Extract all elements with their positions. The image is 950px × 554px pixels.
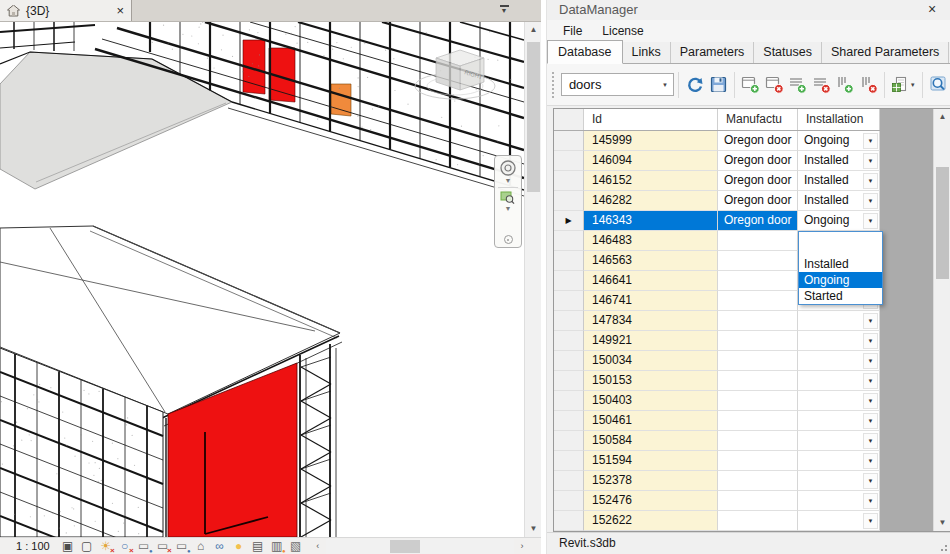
tab-database[interactable]: Database [547, 40, 623, 64]
tab-list-icon[interactable]: ▼ [498, 4, 510, 17]
manufacturer-cell[interactable] [718, 371, 798, 391]
table-row[interactable]: 150584▼ [554, 431, 880, 451]
tab-shared-parameters[interactable]: Shared Parameters [822, 42, 949, 63]
cell-dropdown-icon[interactable]: ▼ [863, 373, 878, 389]
view-tab-3d[interactable]: {3D} × [0, 0, 132, 21]
row-selector-cell[interactable] [554, 171, 584, 191]
wheel-menu-chevron-icon[interactable]: ▼ [505, 177, 512, 185]
id-cell[interactable]: 146343 [584, 211, 718, 231]
sun-path-icon[interactable]: ☀× [98, 539, 114, 554]
window-close-icon[interactable]: × [922, 1, 942, 17]
installation-cell[interactable]: Ongoing▼ [798, 131, 880, 151]
tab-parameters[interactable]: Parameters [671, 42, 755, 63]
temporary-view-properties-icon[interactable]: ▤ [250, 539, 266, 554]
installation-cell[interactable]: ▼ [798, 411, 880, 431]
grid-scroll-thumb[interactable] [936, 167, 949, 279]
manufacturer-cell[interactable] [718, 331, 798, 351]
add-value-button[interactable] [834, 73, 856, 97]
row-selector-cell[interactable] [554, 311, 584, 331]
id-cell[interactable]: 152476 [584, 491, 718, 511]
canvas-horizontal-scrollbar[interactable]: ‹ › [310, 538, 530, 554]
vertical-scroll-thumb[interactable] [527, 42, 540, 192]
id-cell[interactable]: 146094 [584, 151, 718, 171]
id-cell[interactable]: 145999 [584, 131, 718, 151]
manufacturer-cell[interactable] [718, 451, 798, 471]
table-row[interactable]: 152622▼ [554, 511, 880, 531]
row-selector-cell[interactable]: ▶ [554, 211, 584, 231]
row-selector-cell[interactable] [554, 491, 584, 511]
manufacturer-cell[interactable] [718, 511, 798, 531]
search-button[interactable] [927, 73, 949, 97]
manufacturer-cell[interactable]: Oregon door [718, 211, 798, 231]
row-selector-cell[interactable] [554, 351, 584, 371]
installation-cell[interactable]: ▼ [798, 351, 880, 371]
table-row[interactable]: ▶146343Oregon doorOngoing▼ [554, 211, 880, 231]
manufacturer-cell[interactable]: Oregon door [718, 191, 798, 211]
crop-visibility-icon[interactable]: ▭● [174, 539, 190, 554]
row-selector-cell[interactable] [554, 291, 584, 311]
id-cell[interactable]: 150461 [584, 411, 718, 431]
row-selector-cell[interactable] [554, 511, 584, 531]
installation-cell[interactable]: ▼ [798, 431, 880, 451]
id-cell[interactable]: 146282 [584, 191, 718, 211]
analytical-model-icon[interactable]: ▥● [269, 539, 285, 554]
row-selector-cell[interactable] [554, 271, 584, 291]
manufacturer-cell[interactable] [718, 311, 798, 331]
scroll-up-icon[interactable]: ▲ [525, 22, 542, 38]
manufacturer-cell[interactable] [718, 491, 798, 511]
manufacturer-cell[interactable] [718, 231, 798, 251]
id-cell[interactable]: 151594 [584, 451, 718, 471]
table-row[interactable]: 146152Oregon doorInstalled▼ [554, 171, 880, 191]
id-cell[interactable]: 146641 [584, 271, 718, 291]
row-selector-cell[interactable] [554, 451, 584, 471]
row-selector-cell[interactable] [554, 431, 584, 451]
view-scale-button[interactable]: 1 : 100 [16, 540, 50, 552]
crop-region-icon[interactable]: ▭× [155, 539, 171, 554]
installation-cell[interactable]: ▼ [798, 471, 880, 491]
steering-wheel-icon[interactable] [499, 159, 517, 177]
add-table-button[interactable] [740, 73, 762, 97]
cell-dropdown-icon[interactable]: ▼ [863, 353, 878, 369]
manufacturer-cell[interactable]: Oregon door [718, 151, 798, 171]
installation-cell[interactable]: ▼ [798, 391, 880, 411]
id-cell[interactable]: 150034 [584, 351, 718, 371]
canvas-vertical-scrollbar[interactable]: ▲ ▼ [524, 22, 541, 537]
delete-value-button[interactable] [857, 73, 879, 97]
table-row[interactable]: 146282Oregon doorInstalled▼ [554, 191, 880, 211]
tab-statuses[interactable]: Statuses [754, 42, 822, 63]
manufacturer-cell[interactable]: Oregon door [718, 171, 798, 191]
manufacturer-cell[interactable] [718, 391, 798, 411]
export-button[interactable]: ▼ [890, 73, 917, 97]
table-row[interactable]: 151594▼ [554, 451, 880, 471]
cell-dropdown-icon[interactable]: ▼ [863, 333, 878, 349]
installation-cell[interactable]: ▼ [798, 511, 880, 531]
cell-dropdown-icon[interactable]: ▼ [863, 413, 878, 429]
installation-cell[interactable]: ▼ [798, 331, 880, 351]
scroll-right-icon[interactable]: › [514, 541, 530, 551]
installation-cell[interactable]: ▼ [798, 371, 880, 391]
row-selector-cell[interactable] [554, 471, 584, 491]
model-canvas[interactable]: RIGHT ▼ ▼ [0, 22, 524, 537]
view-tab-close-icon[interactable]: × [116, 4, 124, 17]
table-row[interactable]: 145999Oregon doorOngoing▼ [554, 131, 880, 151]
cell-dropdown-icon[interactable]: ▼ [863, 513, 878, 529]
id-cell[interactable]: 147834 [584, 311, 718, 331]
cell-dropdown-icon[interactable]: ▼ [863, 313, 878, 329]
row-selector-cell[interactable] [554, 231, 584, 251]
installation-cell[interactable]: ▼ [798, 311, 880, 331]
column-header-id[interactable]: Id [584, 109, 718, 130]
installation-cell[interactable]: ▼ [798, 491, 880, 511]
table-row[interactable]: 146094Oregon doorInstalled▼ [554, 151, 880, 171]
manufacturer-cell[interactable] [718, 431, 798, 451]
row-selector-cell[interactable] [554, 131, 584, 151]
id-cell[interactable]: 152622 [584, 511, 718, 531]
id-cell[interactable]: 149921 [584, 331, 718, 351]
manufacturer-cell[interactable] [718, 471, 798, 491]
scroll-left-icon[interactable]: ‹ [310, 541, 326, 551]
table-row[interactable]: 150034▼ [554, 351, 880, 371]
dropdown-option-ongoing[interactable]: Ongoing [799, 272, 882, 288]
toolbar-grip[interactable] [552, 72, 555, 98]
column-header-installation[interactable]: Installation [798, 109, 880, 130]
delete-table-button[interactable] [763, 73, 785, 97]
delete-row-button[interactable] [810, 73, 832, 97]
